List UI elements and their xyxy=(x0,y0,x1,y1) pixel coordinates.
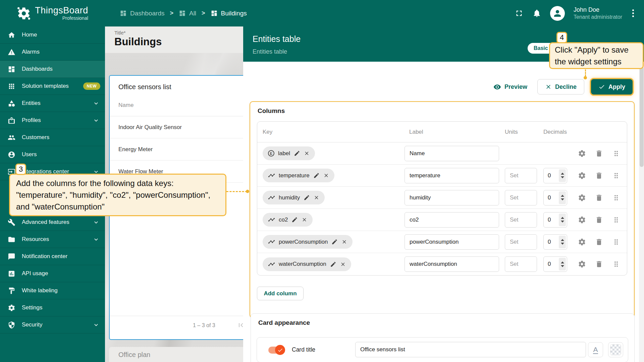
drag-handle-icon[interactable] xyxy=(612,194,620,202)
drag-handle-icon[interactable] xyxy=(612,238,620,246)
decrement-arrow[interactable] xyxy=(561,221,564,223)
drag-handle-icon[interactable] xyxy=(612,216,620,224)
sidebar-item-settings[interactable]: Settings xyxy=(0,299,105,316)
remove-key-icon[interactable] xyxy=(341,239,347,245)
decrement-arrow[interactable] xyxy=(561,243,564,245)
data-key-chip[interactable]: E label xyxy=(263,146,315,160)
remove-key-icon[interactable] xyxy=(304,150,310,156)
dashboard-title-field[interactable]: Title* Buildings xyxy=(105,26,243,53)
increment-arrow[interactable] xyxy=(561,195,564,197)
increment-arrow[interactable] xyxy=(561,239,564,241)
column-label-input[interactable] xyxy=(405,212,499,228)
data-key-chip[interactable]: humidity xyxy=(263,191,325,204)
column-settings-gear-icon[interactable] xyxy=(578,238,586,246)
edit-pencil-icon[interactable] xyxy=(304,194,310,201)
background-color-button[interactable] xyxy=(608,342,623,357)
decimals-stepper[interactable]: 0 xyxy=(543,234,567,250)
sidebar-item-customers[interactable]: Customers xyxy=(0,129,105,146)
delete-column-icon[interactable] xyxy=(595,238,603,246)
thingsboard-logo[interactable]: ThingsBoard Professional xyxy=(0,6,105,21)
units-input[interactable] xyxy=(505,256,537,272)
sidebar-item-profiles[interactable]: Profiles xyxy=(0,112,105,129)
breadcrumb-buildings[interactable]: Buildings xyxy=(211,10,247,17)
column-settings-gear-icon[interactable] xyxy=(578,216,586,224)
card-title-toggle[interactable] xyxy=(268,347,284,354)
units-input[interactable] xyxy=(505,212,537,228)
breadcrumb-all[interactable]: All xyxy=(179,10,196,17)
data-key-chip[interactable]: powerConsumption xyxy=(263,235,353,249)
edit-pencil-icon[interactable] xyxy=(294,150,300,157)
remove-key-icon[interactable] xyxy=(314,195,319,200)
drag-handle-icon[interactable] xyxy=(612,260,620,268)
data-key-chip[interactable]: waterConsumption xyxy=(263,257,351,271)
scrollbar-thumb[interactable] xyxy=(640,66,644,167)
apply-button[interactable]: Apply xyxy=(591,79,633,95)
delete-column-icon[interactable] xyxy=(595,149,603,158)
delete-column-icon[interactable] xyxy=(595,194,603,202)
preview-button[interactable]: Preview xyxy=(490,79,531,95)
delete-column-icon[interactable] xyxy=(595,216,603,224)
column-label-input[interactable] xyxy=(405,146,499,161)
office-plan-widget-card[interactable]: Office plan xyxy=(109,347,243,362)
fullscreen-icon xyxy=(515,9,524,18)
units-input[interactable] xyxy=(505,168,537,183)
sidebar-item-users[interactable]: Users xyxy=(0,146,105,163)
scrollbar-track[interactable] xyxy=(639,62,644,362)
card-title-input[interactable] xyxy=(355,342,586,357)
column-settings-gear-icon[interactable] xyxy=(578,260,586,268)
fullscreen-button[interactable] xyxy=(515,9,524,18)
font-style-button[interactable]: A xyxy=(588,342,603,357)
column-label-input[interactable] xyxy=(405,234,499,250)
breadcrumb-label: All xyxy=(189,10,196,17)
sidebar-item-solution-templates[interactable]: Solution templates NEW xyxy=(0,78,105,95)
column-settings-gear-icon[interactable] xyxy=(578,194,586,202)
units-input[interactable] xyxy=(505,234,537,250)
increment-arrow[interactable] xyxy=(561,217,564,219)
remove-key-icon[interactable] xyxy=(302,217,307,223)
sidebar-item-advanced-features[interactable]: Advanced features xyxy=(0,214,105,231)
column-label-input[interactable] xyxy=(405,190,499,205)
avatar[interactable] xyxy=(550,6,565,21)
notifications-button[interactable] xyxy=(532,9,541,18)
column-settings-gear-icon[interactable] xyxy=(578,149,586,158)
drag-handle-icon[interactable] xyxy=(612,172,620,180)
drag-handle-icon[interactable] xyxy=(612,149,620,158)
remove-key-icon[interactable] xyxy=(340,261,346,267)
user-menu-button[interactable] xyxy=(631,8,635,18)
sidebar-item-entities[interactable]: Entities xyxy=(0,95,105,112)
sidebar-item-white-labeling[interactable]: White labeling xyxy=(0,282,105,299)
decrement-arrow[interactable] xyxy=(561,198,564,200)
remove-key-icon[interactable] xyxy=(323,173,329,178)
data-key-chip[interactable]: temperature xyxy=(263,169,334,182)
add-column-button[interactable]: Add column xyxy=(257,287,304,300)
decline-button[interactable]: Decline xyxy=(537,79,584,95)
sidebar-item-api-usage[interactable]: API usage xyxy=(0,265,105,282)
sidebar-item-dashboards[interactable]: Dashboards xyxy=(0,61,105,78)
decimals-stepper[interactable]: 0 xyxy=(543,256,567,272)
delete-column-icon[interactable] xyxy=(595,260,603,268)
breadcrumb-dashboards[interactable]: Dashboards xyxy=(120,10,164,17)
edit-pencil-icon[interactable] xyxy=(313,172,320,179)
increment-arrow[interactable] xyxy=(561,261,564,263)
sidebar-item-home[interactable]: Home xyxy=(0,26,105,44)
units-input[interactable] xyxy=(505,190,537,205)
first-page-button[interactable] xyxy=(237,321,243,329)
decimals-stepper[interactable]: 0 xyxy=(543,168,567,183)
increment-arrow[interactable] xyxy=(561,173,564,175)
decrement-arrow[interactable] xyxy=(561,265,564,267)
decrement-arrow[interactable] xyxy=(561,176,564,178)
sidebar-item-alarms[interactable]: Alarms xyxy=(0,44,105,61)
decimals-stepper[interactable]: 0 xyxy=(543,212,567,228)
column-label-input[interactable] xyxy=(405,168,499,183)
edit-pencil-icon[interactable] xyxy=(331,239,338,245)
sidebar-item-security[interactable]: Security xyxy=(0,316,105,334)
column-settings-gear-icon[interactable] xyxy=(578,172,586,180)
edit-pencil-icon[interactable] xyxy=(330,261,336,267)
sidebar-item-notification-center[interactable]: Notification center xyxy=(0,248,105,265)
data-key-chip[interactable]: co2 xyxy=(263,213,313,227)
column-label-input[interactable] xyxy=(405,256,499,272)
decimals-stepper[interactable]: 0 xyxy=(543,190,567,205)
edit-pencil-icon[interactable] xyxy=(291,217,298,223)
sidebar-item-resources[interactable]: Resources xyxy=(0,231,105,248)
delete-column-icon[interactable] xyxy=(595,172,603,180)
